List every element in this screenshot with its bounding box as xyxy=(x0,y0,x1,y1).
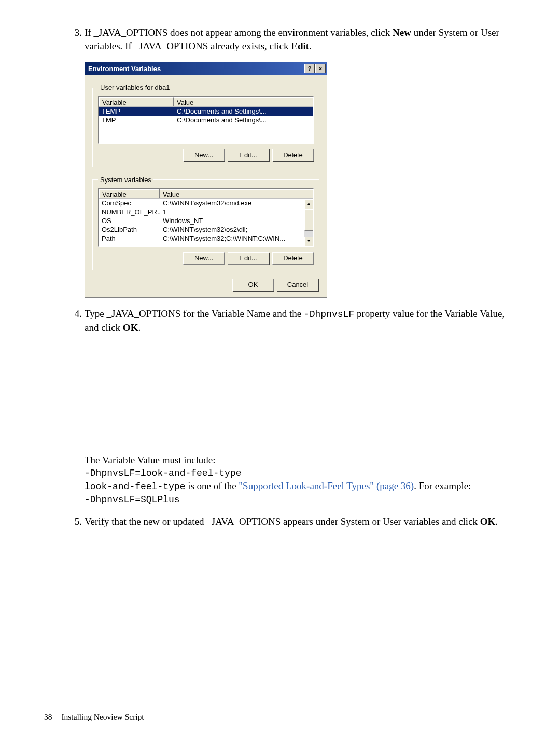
list-body: ComSpec C:\WINNT\system32\cmd.exe NUMBER… xyxy=(99,199,313,246)
delete-button[interactable]: Delete xyxy=(272,149,314,161)
code-line: -DhpnvsLF=look-and-feel-type xyxy=(85,467,519,479)
list-item[interactable]: NUMBER_OF_PR... 1 xyxy=(99,208,313,216)
list-item[interactable]: Os2LibPath C:\WINNT\system32\os2\dll; xyxy=(99,225,313,234)
list-item[interactable]: TEMP C:\Documents and Settings\... xyxy=(99,107,313,116)
vertical-scrollbar[interactable]: ▲ ▼ xyxy=(304,199,313,246)
ok-button[interactable]: OK xyxy=(232,279,274,291)
new-button[interactable]: New... xyxy=(183,252,225,265)
system-variables-group: System variables Variable Value ComSpec … xyxy=(92,175,319,271)
help-icon[interactable]: ? xyxy=(304,64,315,73)
link-supported-look-and-feel[interactable]: "Supported Look-and-Feel Types" (page 36… xyxy=(239,480,414,491)
step-text: Verify that the new or updated _JAVA_OPT… xyxy=(85,516,498,527)
group-legend: System variables xyxy=(98,175,153,185)
scroll-track[interactable] xyxy=(304,209,313,237)
scroll-down-icon[interactable]: ▼ xyxy=(304,237,313,246)
column-value[interactable]: Value xyxy=(160,189,313,198)
dialog-buttons: OK Cancel xyxy=(92,279,319,291)
step-number: 5. xyxy=(67,515,82,529)
delete-button[interactable]: Delete xyxy=(272,252,314,265)
user-variables-group: User variables for dba1 Variable Value T… xyxy=(92,83,319,167)
code-line: -DhpnvsLF=SQLPlus xyxy=(85,493,519,506)
step-text: If _JAVA_OPTIONS does not appear among t… xyxy=(85,27,499,51)
step-text: Type _JAVA_OPTIONS for the Variable Name… xyxy=(85,308,505,333)
user-buttons: New... Edit... Delete xyxy=(98,149,314,161)
paragraph: The Variable Value must include: -Dhpnvs… xyxy=(85,453,519,506)
list-item[interactable]: OS Windows_NT xyxy=(99,216,313,225)
user-variables-list[interactable]: Variable Value TEMP C:\Documents and Set… xyxy=(98,96,314,144)
dialog-body: User variables for dba1 Variable Value T… xyxy=(85,75,327,297)
system-variables-list[interactable]: Variable Value ComSpec C:\WINNT\system32… xyxy=(98,188,314,247)
step-number: 3. xyxy=(67,26,82,39)
environment-variables-dialog: Environment Variables ? × User variables… xyxy=(85,62,327,298)
page-number: 38 xyxy=(44,712,52,721)
new-button[interactable]: New... xyxy=(183,149,225,161)
list-item[interactable]: ComSpec C:\WINNT\system32\cmd.exe xyxy=(99,199,313,208)
step-3: 3. If _JAVA_OPTIONS does not appear amon… xyxy=(67,26,519,298)
list-header: Variable Value xyxy=(99,189,313,199)
step-4: 4. Type _JAVA_OPTIONS for the Variable N… xyxy=(67,307,519,505)
column-variable[interactable]: Variable xyxy=(99,189,160,198)
titlebar: Environment Variables ? × xyxy=(85,62,327,75)
list-item[interactable]: Path C:\WINNT\system32;C:\WINNT;C:\WIN..… xyxy=(99,234,313,243)
step-number: 4. xyxy=(67,307,82,321)
scroll-thumb[interactable] xyxy=(304,209,313,231)
cancel-button[interactable]: Cancel xyxy=(277,279,318,291)
close-icon[interactable]: × xyxy=(315,64,326,73)
list-body: TEMP C:\Documents and Settings\... TMP C… xyxy=(99,107,313,143)
paragraph-line: look-and-feel-type is one of the "Suppor… xyxy=(85,479,519,493)
system-buttons: New... Edit... Delete xyxy=(98,252,314,265)
section-title: Installing Neoview Script xyxy=(61,712,144,721)
edit-button[interactable]: Edit... xyxy=(228,149,269,161)
figure-placeholder xyxy=(85,334,519,453)
edit-button[interactable]: Edit... xyxy=(228,252,269,265)
page-footer: 38 Installing Neoview Script xyxy=(44,712,144,723)
step-5: 5. Verify that the new or updated _JAVA_… xyxy=(67,515,519,529)
dialog-title: Environment Variables xyxy=(88,64,304,74)
scroll-up-icon[interactable]: ▲ xyxy=(304,199,313,209)
list-item[interactable]: TMP C:\Documents and Settings\... xyxy=(99,116,313,125)
column-value[interactable]: Value xyxy=(174,97,313,106)
group-legend: User variables for dba1 xyxy=(98,83,172,92)
column-variable[interactable]: Variable xyxy=(99,97,174,106)
list-header: Variable Value xyxy=(99,97,313,107)
